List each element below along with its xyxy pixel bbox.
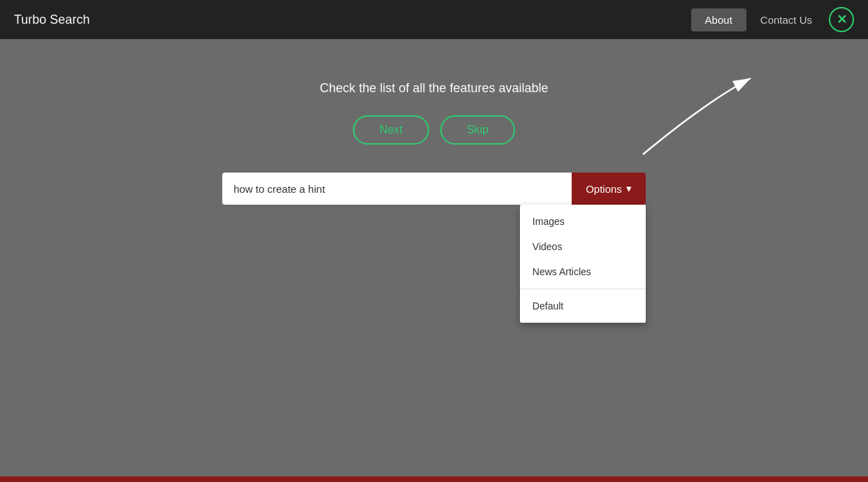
- dropdown-group-1: Images Videos News Articles: [520, 205, 646, 289]
- dropdown-item-default[interactable]: Default: [520, 293, 646, 319]
- contact-nav-item[interactable]: Contact Us: [746, 8, 826, 31]
- search-row: Options ▾ Images Videos News Articles De…: [222, 173, 646, 205]
- dropdown-item-images[interactable]: Images: [520, 209, 646, 234]
- dropdown-item-news-articles[interactable]: News Articles: [520, 259, 646, 284]
- tooltip-message: Check the list of all the features avail…: [319, 81, 548, 96]
- search-input[interactable]: [222, 173, 572, 205]
- dropdown-item-videos[interactable]: Videos: [520, 234, 646, 259]
- close-icon: ✕: [837, 13, 847, 26]
- app-logo: Turbo Search: [14, 13, 89, 27]
- options-dropdown-arrow: ▾: [626, 182, 632, 195]
- arrow-overlay: [0, 39, 868, 482]
- action-buttons: Next Skip: [353, 115, 515, 145]
- options-button[interactable]: Options ▾: [572, 173, 646, 205]
- close-button[interactable]: ✕: [829, 7, 854, 32]
- main-content: Check the list of all the features avail…: [0, 39, 868, 482]
- next-button[interactable]: Next: [353, 115, 429, 145]
- options-label: Options: [586, 183, 622, 195]
- bottom-bar: [0, 476, 868, 482]
- about-nav-item[interactable]: About: [691, 8, 746, 31]
- skip-button[interactable]: Skip: [440, 115, 515, 145]
- options-dropdown: Images Videos News Articles Default: [520, 205, 646, 323]
- header-nav: About Contact Us ✕: [691, 7, 854, 32]
- dropdown-group-2: Default: [520, 289, 646, 323]
- header: Turbo Search About Contact Us ✕: [0, 0, 868, 39]
